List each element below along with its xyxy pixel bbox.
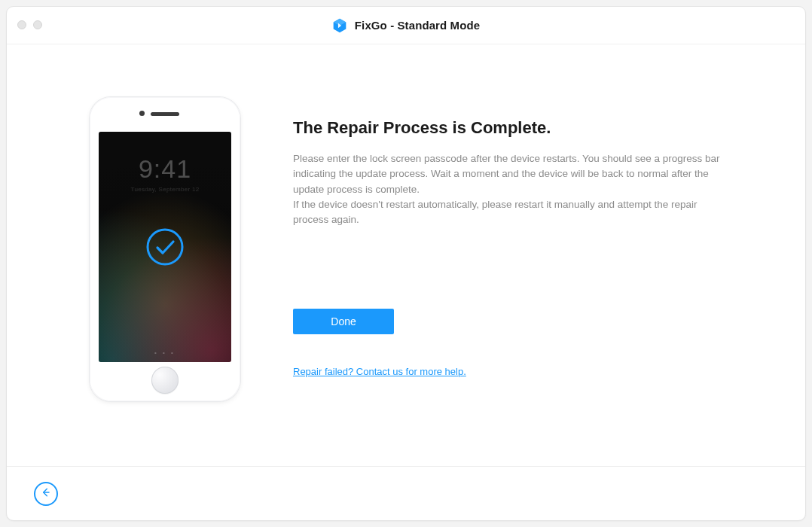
phone-camera-dot [139, 111, 145, 116]
done-button[interactable]: Done [293, 309, 394, 334]
window-controls [17, 20, 42, 29]
device-illustration: 9:41 Tuesday, September 12 • • • [90, 97, 240, 401]
app-logo-icon [332, 18, 347, 33]
success-check-icon [145, 227, 185, 267]
back-button[interactable] [34, 482, 58, 506]
lock-screen-time: 9:41 [99, 154, 231, 184]
description-paragraph-1: Please enter the lock screen passcode af… [293, 153, 720, 195]
phone-speaker [151, 112, 179, 116]
description-text: Please enter the lock screen passcode af… [293, 151, 722, 227]
svg-point-2 [148, 230, 182, 264]
lock-screen-date: Tuesday, September 12 [99, 186, 231, 193]
page-indicator-dots: • • • [99, 349, 231, 356]
main-content: 9:41 Tuesday, September 12 • • • [7, 44, 805, 466]
page-heading: The Repair Process is Complete. [293, 118, 760, 138]
app-window: FixGo - Standard Mode 9:41 Tuesday, Sept… [6, 6, 806, 521]
description-paragraph-2: If the device doesn't restart automatica… [293, 199, 698, 225]
footer-bar [7, 466, 805, 520]
close-window-button[interactable] [17, 20, 26, 29]
repair-failed-help-link[interactable]: Repair failed? Contact us for more help. [293, 366, 466, 377]
phone-home-button [151, 367, 179, 394]
arrow-left-icon [40, 486, 52, 501]
title-bar: FixGo - Standard Mode [7, 7, 805, 44]
window-title: FixGo - Standard Mode [355, 19, 480, 32]
minimize-window-button[interactable] [33, 20, 42, 29]
phone-screen: 9:41 Tuesday, September 12 • • • [99, 132, 231, 362]
